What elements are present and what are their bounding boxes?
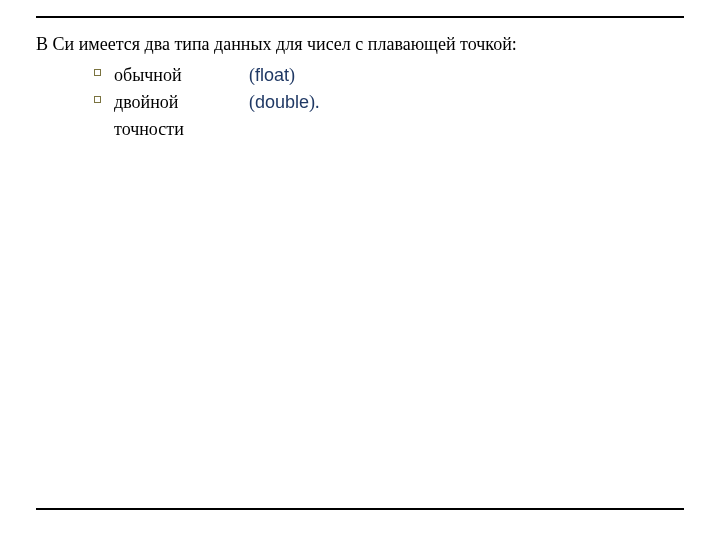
list-row: обычной (float) bbox=[114, 62, 684, 89]
precision-label: обычной bbox=[114, 62, 249, 89]
type-group: (float) bbox=[249, 62, 295, 89]
type-keyword: float bbox=[255, 65, 289, 85]
list-item: двойной точности (double). bbox=[94, 89, 684, 143]
list-item: обычной (float) bbox=[94, 62, 684, 89]
bottom-rule bbox=[36, 508, 684, 510]
lead-text: В Си имеется два типа данных для чисел с… bbox=[36, 32, 684, 56]
type-keyword: double bbox=[255, 92, 309, 112]
list-row: двойной точности (double). bbox=[114, 89, 684, 143]
type-group: (double). bbox=[249, 89, 320, 143]
close-paren: ) bbox=[289, 65, 295, 85]
bullet-list: обычной (float) двойной точности (double… bbox=[36, 62, 684, 143]
close-paren: ). bbox=[309, 92, 320, 112]
square-bullet-icon bbox=[94, 96, 101, 103]
precision-label: двойной точности bbox=[114, 89, 249, 143]
top-rule bbox=[36, 16, 684, 18]
square-bullet-icon bbox=[94, 69, 101, 76]
slide-content: В Си имеется два типа данных для чисел с… bbox=[36, 16, 684, 510]
